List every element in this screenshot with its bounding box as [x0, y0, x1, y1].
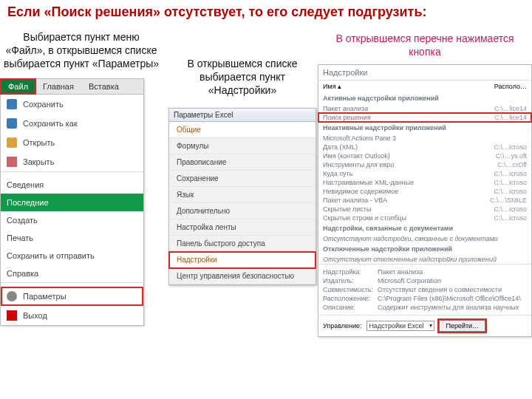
addin-none: Отсутствуют надстройки, связанные с доку… [318, 234, 531, 243]
addin-details: Надстройка:Пакет анализа Издатель:Micros… [318, 264, 531, 315]
exit-icon [7, 310, 17, 321]
addin-none: Отсутствуют отключенные надстройки прило… [318, 255, 531, 264]
cell: Настраиваемые XML-данные [323, 179, 490, 186]
addin-row[interactable]: Настраиваемые XML-данныеC:\…icroso [318, 178, 531, 187]
opt-ribbon[interactable]: Настройка ленты [169, 219, 316, 236]
addins-title: Надстройки [318, 65, 531, 81]
addins-bottom-bar: Управление: Надстройки Excel Перейти… [318, 315, 531, 336]
addin-row[interactable]: Microsoft Actions Pane 3 [318, 134, 531, 143]
cell: C:\…icroso [490, 143, 527, 151]
menu-label: Создать [7, 216, 38, 225]
addin-row[interactable]: Инструменты для евроC:\…crOff [318, 160, 531, 169]
cell: Скрытые листы [323, 205, 490, 213]
options-dialog: Параметры Excel Общие Формулы Правописан… [168, 108, 316, 285]
addin-row-solver[interactable]: Поиск решенияC:\…lice14 [318, 113, 531, 122]
addin-row[interactable]: Скрытые листыC:\…icroso [318, 205, 531, 214]
opt-qat[interactable]: Панель быстрого доступа [169, 236, 316, 252]
col-loc: Располо… [494, 83, 527, 90]
tab-insert[interactable]: Вставка [81, 79, 126, 94]
cell: Дата (XML) [323, 143, 490, 151]
cell: Поиск решения [323, 114, 490, 121]
menu-exit[interactable]: Выход [1, 306, 143, 325]
cell [490, 134, 527, 142]
section-off: Отключенные надстройки приложений [318, 243, 531, 255]
cell: C:\…icroso [490, 214, 527, 222]
addin-row[interactable]: Пакет анализаC:\…lice14 [318, 104, 531, 113]
addin-row[interactable]: Невидимое содержимоеC:\…icroso [318, 187, 531, 196]
opt-proof[interactable]: Правописание [169, 154, 316, 171]
menu-save[interactable]: Сохранить [1, 95, 143, 114]
opt-formulas[interactable]: Формулы [169, 138, 316, 154]
cell: C:\…crOff [490, 161, 527, 168]
options-title: Параметры Excel [169, 109, 316, 122]
cell: Инструменты для евро [323, 161, 490, 168]
opt-advanced[interactable]: Дополнительно [169, 203, 316, 219]
label: Расположение: [323, 295, 373, 302]
addin-row[interactable]: Пакет анализа - VBAC:\…\SMILE [318, 196, 531, 205]
ribbon-tabs: Файл Главная Вставка [1, 79, 143, 95]
menu-label: Сохранить [23, 100, 64, 109]
section-active: Активные надстройки приложений [318, 92, 531, 104]
opt-trust[interactable]: Центр управления безопасностью [169, 268, 316, 284]
value: Отсутствуют сведения о совместимости [378, 286, 502, 293]
section-doc: Надстройки, связанные с документами [318, 222, 531, 234]
menu-label: Параметры [23, 292, 66, 301]
addin-row[interactable]: Куда путьC:\…icroso [318, 169, 531, 178]
opt-addins[interactable]: Надстройки [169, 252, 316, 268]
tab-home[interactable]: Главная [35, 79, 81, 94]
label: Совместимость: [323, 286, 373, 293]
menu-new[interactable]: Создать [1, 211, 143, 229]
go-button[interactable]: Перейти… [439, 320, 485, 332]
addin-row[interactable]: Дата (XML)C:\…icroso [318, 143, 531, 151]
section-inactive: Неактивные надстройки приложений [318, 122, 531, 134]
menu-label: Справка [7, 269, 38, 278]
menu-print[interactable]: Печать [1, 229, 143, 247]
addins-header[interactable]: Имя ▴ Располо… [318, 81, 531, 92]
page-title: Если «Поиск решения» отсутствует, то его… [0, 0, 532, 27]
left-caption: Выбирается пункт меню «Файл», в открывше… [0, 27, 163, 78]
menu-label: Выход [23, 311, 47, 320]
menu-label: Последние [7, 198, 49, 207]
menu-label: Закрыть [23, 157, 54, 166]
menu-recent[interactable]: Последние [1, 194, 143, 211]
cell: C:\…icroso [490, 188, 527, 195]
value: Содержит инструменты для анализа научных [378, 304, 519, 311]
opt-lang[interactable]: Язык [169, 187, 316, 203]
addins-dialog: Надстройки Имя ▴ Располо… Активные надст… [318, 64, 532, 337]
file-menu: Файл Главная Вставка Сохранить Сохранить… [0, 78, 144, 326]
center-caption: В открывшемся списке выбирается пункт «Н… [168, 27, 316, 108]
cell: C:\…icroso [490, 205, 527, 213]
opt-save[interactable]: Сохранение [169, 171, 316, 187]
menu-open[interactable]: Открыть [1, 133, 143, 152]
value: Microsoft Corporation [378, 277, 441, 284]
menu-label: Открыть [23, 138, 55, 147]
tab-file[interactable]: Файл [1, 79, 35, 94]
right-caption: В открывшемся перечне нажимается кнопка [318, 27, 532, 64]
addin-row[interactable]: Скрытые строки и столбцыC:\…icroso [318, 214, 531, 222]
cell: Имя (контакт Outlook) [323, 152, 490, 160]
opt-general[interactable]: Общие [169, 122, 316, 138]
menu-help[interactable]: Справка [1, 265, 143, 282]
cell: Отсутствуют отключенные надстройки прило… [323, 256, 527, 263]
gear-icon [7, 291, 17, 301]
cell: Пакет анализа [323, 105, 490, 112]
addin-row[interactable]: Имя (контакт Outlook)C:\…ys.oft [318, 151, 531, 160]
menu-saveas[interactable]: Сохранить как [1, 114, 143, 133]
cell: C:\…ys.oft [490, 152, 527, 160]
menu-share[interactable]: Сохранить и отправить [1, 247, 143, 265]
cell: C:\…lice14 [490, 105, 527, 112]
cell: Microsoft Actions Pane 3 [323, 134, 490, 142]
menu-options[interactable]: Параметры [1, 287, 143, 306]
menu-info[interactable]: Сведения [1, 176, 143, 194]
menu-close[interactable]: Закрыть [1, 152, 143, 171]
value: Пакет анализа [378, 268, 423, 276]
cell: Скрытые строки и столбцы [323, 214, 490, 222]
cell: C:\…icroso [490, 179, 527, 186]
menu-label: Сохранить и отправить [7, 251, 95, 260]
cell: C:\…icroso [490, 170, 527, 177]
save-icon [7, 99, 17, 109]
cell: C:\…lice14 [490, 114, 527, 121]
manage-select[interactable]: Надстройки Excel [366, 321, 435, 331]
menu-label: Сведения [7, 180, 44, 189]
manage-label: Управление: [323, 322, 362, 330]
